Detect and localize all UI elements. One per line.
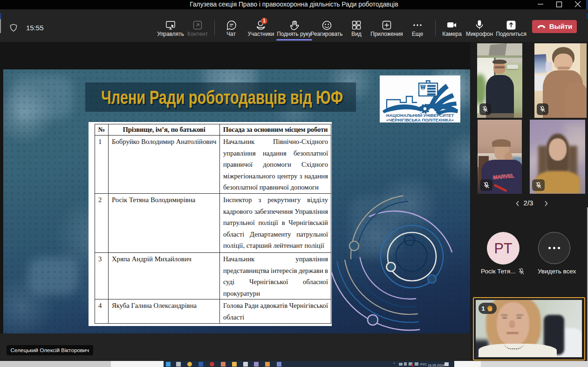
svg-text:«ЧЕРНІГІВСЬКА ПОЛІТЕХНІКА»: «ЧЕРНІГІВСЬКА ПОЛІТЕХНІКА» [386, 117, 454, 122]
svg-text:Члени Ради роботодавців від ЮФ: Члени Ради роботодавців від ЮФ [101, 87, 343, 108]
